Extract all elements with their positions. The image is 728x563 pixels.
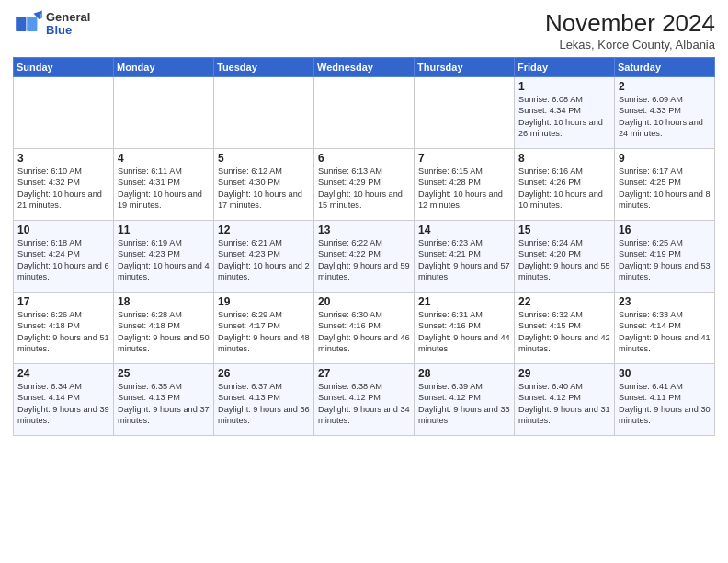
col-header-saturday: Saturday	[615, 58, 715, 77]
day-info: Sunrise: 6:13 AM Sunset: 4:29 PM Dayligh…	[318, 166, 410, 212]
day-info: Sunrise: 6:15 AM Sunset: 4:28 PM Dayligh…	[418, 166, 510, 212]
day-number: 8	[518, 152, 610, 165]
day-cell: 2Sunrise: 6:09 AM Sunset: 4:33 PM Daylig…	[615, 77, 715, 149]
day-info: Sunrise: 6:12 AM Sunset: 4:30 PM Dayligh…	[218, 166, 310, 212]
day-info: Sunrise: 6:29 AM Sunset: 4:17 PM Dayligh…	[218, 309, 310, 355]
day-info: Sunrise: 6:22 AM Sunset: 4:22 PM Dayligh…	[318, 237, 410, 283]
day-number: 26	[218, 367, 310, 380]
logo-text: General Blue	[46, 11, 90, 38]
day-cell: 14Sunrise: 6:23 AM Sunset: 4:21 PM Dayli…	[415, 221, 515, 293]
location: Lekas, Korce County, Albania	[545, 38, 715, 52]
day-info: Sunrise: 6:30 AM Sunset: 4:16 PM Dayligh…	[318, 309, 410, 355]
day-number: 18	[118, 295, 210, 308]
day-cell: 29Sunrise: 6:40 AM Sunset: 4:12 PM Dayli…	[515, 364, 615, 436]
day-cell: 1Sunrise: 6:08 AM Sunset: 4:34 PM Daylig…	[515, 77, 615, 149]
day-cell: 21Sunrise: 6:31 AM Sunset: 4:16 PM Dayli…	[415, 293, 515, 364]
title-block: November 2024 Lekas, Korce County, Alban…	[545, 9, 715, 52]
day-info: Sunrise: 6:40 AM Sunset: 4:12 PM Dayligh…	[518, 381, 610, 427]
day-cell: 25Sunrise: 6:35 AM Sunset: 4:13 PM Dayli…	[114, 364, 214, 436]
day-number: 13	[318, 224, 410, 236]
day-cell: 26Sunrise: 6:37 AM Sunset: 4:13 PM Dayli…	[214, 364, 314, 436]
day-cell	[314, 77, 415, 149]
day-number: 28	[418, 367, 510, 380]
week-row-4: 17Sunrise: 6:26 AM Sunset: 4:18 PM Dayli…	[14, 293, 715, 364]
col-header-thursday: Thursday	[415, 58, 515, 77]
day-number: 25	[118, 367, 210, 380]
day-cell	[415, 77, 515, 149]
day-cell: 13Sunrise: 6:22 AM Sunset: 4:22 PM Dayli…	[314, 221, 415, 293]
day-cell: 4Sunrise: 6:11 AM Sunset: 4:31 PM Daylig…	[114, 149, 214, 221]
week-row-1: 1Sunrise: 6:08 AM Sunset: 4:34 PM Daylig…	[14, 77, 715, 149]
day-number: 9	[619, 152, 711, 165]
day-number: 14	[418, 224, 510, 236]
day-number: 6	[318, 152, 410, 165]
day-number: 30	[619, 367, 711, 380]
day-info: Sunrise: 6:09 AM Sunset: 4:33 PM Dayligh…	[619, 94, 711, 140]
day-number: 11	[118, 224, 210, 236]
day-cell	[14, 77, 114, 149]
day-number: 2	[619, 80, 711, 93]
day-cell: 28Sunrise: 6:39 AM Sunset: 4:12 PM Dayli…	[415, 364, 515, 436]
day-number: 23	[619, 295, 711, 308]
day-info: Sunrise: 6:18 AM Sunset: 4:24 PM Dayligh…	[17, 237, 109, 283]
day-info: Sunrise: 6:21 AM Sunset: 4:23 PM Dayligh…	[218, 237, 310, 283]
col-header-friday: Friday	[515, 58, 615, 77]
day-number: 1	[518, 80, 610, 93]
day-info: Sunrise: 6:35 AM Sunset: 4:13 PM Dayligh…	[118, 381, 210, 427]
svg-rect-1	[16, 17, 26, 31]
day-cell: 17Sunrise: 6:26 AM Sunset: 4:18 PM Dayli…	[14, 293, 114, 364]
day-number: 24	[17, 367, 109, 380]
day-cell: 12Sunrise: 6:21 AM Sunset: 4:23 PM Dayli…	[214, 221, 314, 293]
day-info: Sunrise: 6:34 AM Sunset: 4:14 PM Dayligh…	[17, 381, 109, 427]
day-info: Sunrise: 6:32 AM Sunset: 4:15 PM Dayligh…	[518, 309, 610, 355]
page-container: General Blue November 2024 Lekas, Korce …	[0, 0, 728, 563]
week-row-2: 3Sunrise: 6:10 AM Sunset: 4:32 PM Daylig…	[14, 149, 715, 221]
day-info: Sunrise: 6:23 AM Sunset: 4:21 PM Dayligh…	[418, 237, 510, 283]
day-cell: 9Sunrise: 6:17 AM Sunset: 4:25 PM Daylig…	[615, 149, 715, 221]
col-header-monday: Monday	[114, 58, 214, 77]
day-cell: 19Sunrise: 6:29 AM Sunset: 4:17 PM Dayli…	[214, 293, 314, 364]
day-cell	[214, 77, 314, 149]
day-number: 21	[418, 295, 510, 308]
day-cell: 27Sunrise: 6:38 AM Sunset: 4:12 PM Dayli…	[314, 364, 415, 436]
day-cell: 7Sunrise: 6:15 AM Sunset: 4:28 PM Daylig…	[415, 149, 515, 221]
day-info: Sunrise: 6:41 AM Sunset: 4:11 PM Dayligh…	[619, 381, 711, 427]
day-cell: 16Sunrise: 6:25 AM Sunset: 4:19 PM Dayli…	[615, 221, 715, 293]
day-info: Sunrise: 6:25 AM Sunset: 4:19 PM Dayligh…	[619, 237, 711, 283]
logo: General Blue	[13, 9, 90, 39]
day-info: Sunrise: 6:16 AM Sunset: 4:26 PM Dayligh…	[518, 166, 610, 212]
day-number: 12	[218, 224, 310, 236]
col-header-tuesday: Tuesday	[214, 58, 314, 77]
day-info: Sunrise: 6:33 AM Sunset: 4:14 PM Dayligh…	[619, 309, 711, 355]
day-info: Sunrise: 6:31 AM Sunset: 4:16 PM Dayligh…	[418, 309, 510, 355]
day-cell: 18Sunrise: 6:28 AM Sunset: 4:18 PM Dayli…	[114, 293, 214, 364]
day-cell: 15Sunrise: 6:24 AM Sunset: 4:20 PM Dayli…	[515, 221, 615, 293]
day-info: Sunrise: 6:17 AM Sunset: 4:25 PM Dayligh…	[619, 166, 711, 212]
day-info: Sunrise: 6:26 AM Sunset: 4:18 PM Dayligh…	[17, 309, 109, 355]
col-header-wednesday: Wednesday	[314, 58, 415, 77]
day-cell: 6Sunrise: 6:13 AM Sunset: 4:29 PM Daylig…	[314, 149, 415, 221]
logo-general: General	[46, 11, 90, 24]
day-number: 5	[218, 152, 310, 165]
logo-blue: Blue	[46, 24, 90, 37]
day-cell: 24Sunrise: 6:34 AM Sunset: 4:14 PM Dayli…	[14, 364, 114, 436]
day-cell: 8Sunrise: 6:16 AM Sunset: 4:26 PM Daylig…	[515, 149, 615, 221]
day-number: 22	[518, 295, 610, 308]
day-info: Sunrise: 6:28 AM Sunset: 4:18 PM Dayligh…	[118, 309, 210, 355]
day-number: 16	[619, 224, 711, 236]
calendar-header-row: SundayMondayTuesdayWednesdayThursdayFrid…	[14, 58, 715, 77]
calendar-table: SundayMondayTuesdayWednesdayThursdayFrid…	[13, 57, 715, 436]
day-number: 10	[17, 224, 109, 236]
day-cell: 23Sunrise: 6:33 AM Sunset: 4:14 PM Dayli…	[615, 293, 715, 364]
day-info: Sunrise: 6:10 AM Sunset: 4:32 PM Dayligh…	[17, 166, 109, 212]
logo-icon	[13, 9, 42, 39]
day-number: 3	[17, 152, 109, 165]
day-info: Sunrise: 6:39 AM Sunset: 4:12 PM Dayligh…	[418, 381, 510, 427]
day-number: 29	[518, 367, 610, 380]
day-number: 19	[218, 295, 310, 308]
col-header-sunday: Sunday	[14, 58, 114, 77]
svg-rect-2	[27, 17, 37, 31]
day-info: Sunrise: 6:08 AM Sunset: 4:34 PM Dayligh…	[518, 94, 610, 140]
day-number: 20	[318, 295, 410, 308]
day-number: 27	[318, 367, 410, 380]
